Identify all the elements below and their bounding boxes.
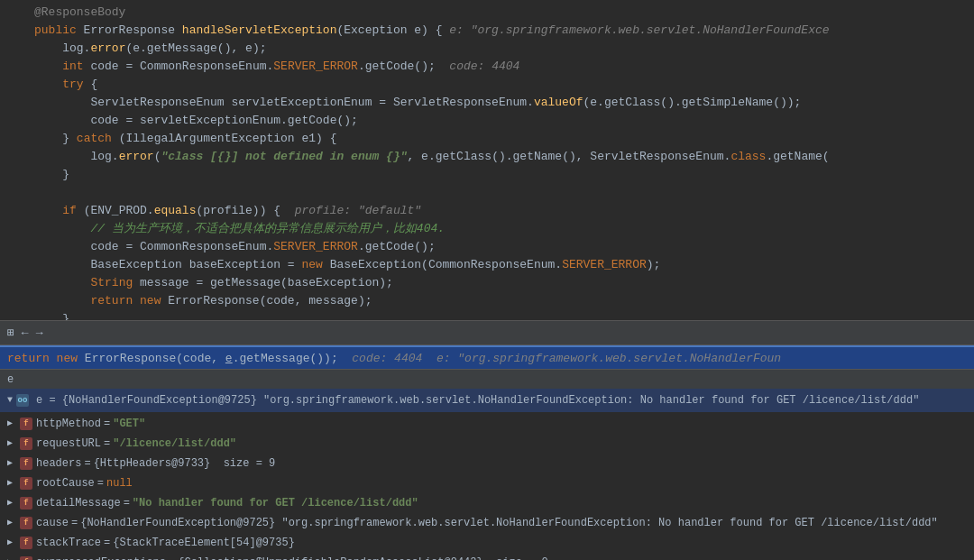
code-line: [0, 184, 974, 202]
debug-field-rootCause[interactable]: f rootCause = null: [0, 473, 974, 493]
field-icon: f: [20, 477, 32, 490]
code-line: int code = CommonResponseEnum.SERVER_ERR…: [0, 58, 974, 76]
toolbar-bar: ⊞ ← →: [0, 320, 974, 345]
code-line: ServletResponseEnum servletExceptionEnum…: [0, 94, 974, 112]
expand-triangle: [7, 435, 20, 453]
expand-triangle: [7, 554, 20, 560]
code-line: }: [0, 310, 974, 320]
code-line: } catch (IllegalArgumentException e1) {: [0, 130, 974, 148]
debug-field-stackTrace[interactable]: f stackTrace = {StackTraceElement[54]@97…: [0, 533, 974, 553]
code-line: String message = getMessage(baseExceptio…: [0, 274, 974, 292]
code-line: @ResponseBody: [0, 4, 974, 22]
debug-field-cause[interactable]: f cause = {NoHandlerFoundException@9725}…: [0, 513, 974, 533]
code-line: return new ErrorResponse(code, message);: [0, 292, 974, 310]
debug-field-suppressedExceptions[interactable]: f suppressedExceptions = {Collections$Un…: [0, 553, 974, 560]
code-line: // 当为生产环境，不适合把具体的异常信息展示给用户，比如404.: [0, 220, 974, 238]
eval-bar: e: [0, 369, 974, 389]
code-editor: @ResponseBody public ErrorResponse handl…: [0, 0, 974, 320]
code-line: if (ENV_PROD.equals(profile)) { profile:…: [0, 202, 974, 220]
current-line-display: return new ErrorResponse(code, e.getMess…: [0, 345, 974, 369]
code-line: code = servletExceptionEnum.getCode();: [0, 112, 974, 130]
code-line: public ErrorResponse handleServletExcept…: [0, 22, 974, 40]
var-icon-e: oo: [16, 394, 29, 407]
expand-triangle: [7, 454, 20, 473]
expand-triangle: [7, 514, 20, 532]
back-button[interactable]: ←: [22, 326, 29, 340]
field-icon: f: [20, 517, 32, 529]
expand-triangle: [7, 534, 20, 552]
expand-icon[interactable]: ▼: [7, 391, 13, 409]
code-line: }: [0, 166, 974, 184]
debug-header-row: ▼ oo e = {NoHandlerFoundException@9725} …: [0, 389, 974, 412]
code-line: BaseException baseException = new BaseEx…: [0, 256, 974, 274]
code-line: log.error(e.getMessage(), e);: [0, 40, 974, 58]
debug-panel: ▼ oo e = {NoHandlerFoundException@9725} …: [0, 389, 974, 560]
debug-var-name: e = {NoHandlerFoundException@9725} "org.…: [36, 391, 919, 409]
code-line: try {: [0, 76, 974, 94]
field-icon: f: [20, 556, 32, 560]
field-icon: f: [20, 457, 32, 470]
debug-tree: f httpMethod = "GET" f requestURL = "/li…: [0, 412, 974, 560]
debug-field-headers[interactable]: f headers = {HttpHeaders@9733} size = 9: [0, 454, 974, 473]
debug-field-httpMethod[interactable]: f httpMethod = "GET": [0, 414, 974, 434]
forward-button[interactable]: →: [36, 326, 43, 340]
code-line: log.error("class [{}] not defined in enu…: [0, 148, 974, 166]
expand-triangle: [7, 415, 20, 433]
field-icon: f: [20, 537, 32, 549]
field-icon: f: [20, 497, 32, 510]
expand-triangle: [7, 494, 20, 512]
eval-label: e: [7, 373, 14, 386]
debug-field-requestURL[interactable]: f requestURL = "/licence/list/ddd": [0, 434, 974, 454]
debug-field-detailMessage[interactable]: f detailMessage = "No handler found for …: [0, 493, 974, 513]
code-line: code = CommonResponseEnum.SERVER_ERROR.g…: [0, 238, 974, 256]
grid-icon[interactable]: ⊞: [7, 326, 14, 340]
field-icon: f: [20, 418, 32, 430]
field-icon: f: [20, 437, 32, 450]
expand-triangle: [7, 474, 20, 492]
